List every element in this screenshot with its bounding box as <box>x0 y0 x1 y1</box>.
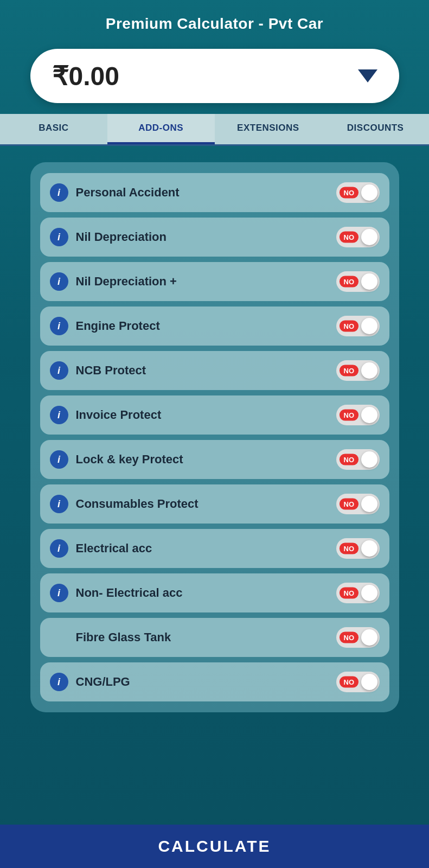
calculate-bar[interactable]: CALCULATE <box>0 825 429 868</box>
no-badge-nil-depreciation-plus: NO <box>340 276 359 288</box>
addon-left-cng-lpg: i CNG/LPG <box>50 673 130 691</box>
addon-consumables-protect: i Consumables Protect NO <box>40 484 389 524</box>
addon-left-electrical-acc: i Electrical acc <box>50 539 152 558</box>
addon-left-fibre-glass-tank: Fibre Glass Tank <box>50 628 171 647</box>
addon-label-non-electrical-acc: Non- Electrical acc <box>76 586 183 600</box>
info-icon-invoice-protect[interactable]: i <box>50 406 68 424</box>
tab-extensions[interactable]: EXTENSIONS <box>215 114 322 144</box>
info-icon-cng-lpg[interactable]: i <box>50 673 68 691</box>
tabs-bar: BASIC ADD-ONS EXTENSIONS DISCOUNTS <box>0 114 429 146</box>
addon-left-nil-depreciation-plus: i Nil Depreciation + <box>50 272 177 291</box>
toggle-fibre-glass-tank[interactable]: NO <box>336 627 380 648</box>
tab-discounts[interactable]: DISCOUNTS <box>322 114 429 144</box>
addon-left-ncb-protect: i NCB Protect <box>50 361 146 380</box>
toggle-nil-depreciation-plus[interactable]: NO <box>336 271 380 292</box>
addon-personal-accident: i Personal Accident NO <box>40 173 389 212</box>
toggle-non-electrical-acc[interactable]: NO <box>336 583 380 603</box>
addon-left-nil-depreciation: i Nil Depreciation <box>50 228 167 246</box>
addon-label-lock-key-protect: Lock & key Protect <box>76 452 183 467</box>
addon-engine-protect: i Engine Protect NO <box>40 307 389 346</box>
addon-label-fibre-glass-tank: Fibre Glass Tank <box>76 630 171 644</box>
no-badge-personal-accident: NO <box>340 187 359 199</box>
addon-non-electrical-acc: i Non- Electrical acc NO <box>40 573 389 612</box>
info-icon-lock-key-protect[interactable]: i <box>50 450 68 469</box>
addon-label-personal-accident: Personal Accident <box>76 186 180 200</box>
addon-left-engine-protect: i Engine Protect <box>50 317 160 335</box>
addon-label-electrical-acc: Electrical acc <box>76 541 152 556</box>
no-badge-lock-key-protect: NO <box>340 454 359 465</box>
toggle-cng-lpg[interactable]: NO <box>336 672 380 692</box>
addon-nil-depreciation-plus: i Nil Depreciation + NO <box>40 262 389 301</box>
no-badge-nil-depreciation: NO <box>340 232 359 243</box>
addon-left-invoice-protect: i Invoice Protect <box>50 406 162 424</box>
no-badge-ncb-protect: NO <box>340 365 359 376</box>
addon-label-engine-protect: Engine Protect <box>76 319 160 333</box>
no-badge-consumables-protect: NO <box>340 499 359 510</box>
addon-label-nil-depreciation: Nil Depreciation <box>76 230 167 244</box>
addon-left-personal-accident: i Personal Accident <box>50 183 180 202</box>
toggle-ncb-protect[interactable]: NO <box>336 360 380 381</box>
toggle-consumables-protect[interactable]: NO <box>336 494 380 514</box>
info-icon-non-electrical-acc[interactable]: i <box>50 584 68 602</box>
info-icon-engine-protect[interactable]: i <box>50 317 68 335</box>
addon-ncb-protect: i NCB Protect NO <box>40 351 389 390</box>
no-badge-electrical-acc: NO <box>340 543 359 554</box>
addon-label-consumables-protect: Consumables Protect <box>76 497 199 511</box>
addon-electrical-acc: i Electrical acc NO <box>40 529 389 568</box>
info-icon-fibre-glass-tank <box>50 628 68 647</box>
toggle-personal-accident[interactable]: NO <box>336 182 380 203</box>
page-title: Premium Calculator - Pvt Car <box>106 15 323 32</box>
addon-label-cng-lpg: CNG/LPG <box>76 675 130 689</box>
info-icon-consumables-protect[interactable]: i <box>50 495 68 513</box>
addon-left-lock-key-protect: i Lock & key Protect <box>50 450 183 469</box>
info-icon-nil-depreciation-plus[interactable]: i <box>50 272 68 291</box>
info-icon-personal-accident[interactable]: i <box>50 183 68 202</box>
toggle-lock-key-protect[interactable]: NO <box>336 449 380 470</box>
addon-cng-lpg: i CNG/LPG NO <box>40 662 389 701</box>
addons-panel: i Personal Accident NO i Nil Depreciatio… <box>30 162 399 712</box>
addon-label-invoice-protect: Invoice Protect <box>76 408 162 422</box>
no-badge-cng-lpg: NO <box>340 676 359 688</box>
tab-addons[interactable]: ADD-ONS <box>107 114 215 144</box>
addon-left-consumables-protect: i Consumables Protect <box>50 495 199 513</box>
tab-basic[interactable]: BASIC <box>0 114 107 144</box>
toggle-invoice-protect[interactable]: NO <box>336 405 380 425</box>
addon-label-ncb-protect: NCB Protect <box>76 363 146 378</box>
addon-left-non-electrical-acc: i Non- Electrical acc <box>50 584 183 602</box>
premium-dropdown-arrow[interactable] <box>358 69 377 82</box>
addon-label-nil-depreciation-plus: Nil Depreciation + <box>76 275 177 289</box>
toggle-electrical-acc[interactable]: NO <box>336 538 380 559</box>
premium-amount: ₹0.00 <box>52 61 119 91</box>
addon-lock-key-protect: i Lock & key Protect NO <box>40 440 389 479</box>
info-icon-ncb-protect[interactable]: i <box>50 361 68 380</box>
addon-invoice-protect: i Invoice Protect NO <box>40 395 389 435</box>
info-icon-nil-depreciation[interactable]: i <box>50 228 68 246</box>
addon-nil-depreciation: i Nil Depreciation NO <box>40 218 389 257</box>
no-badge-invoice-protect: NO <box>340 410 359 421</box>
info-icon-electrical-acc[interactable]: i <box>50 539 68 558</box>
toggle-engine-protect[interactable]: NO <box>336 316 380 336</box>
toggle-nil-depreciation[interactable]: NO <box>336 227 380 247</box>
no-badge-fibre-glass-tank: NO <box>340 632 359 643</box>
premium-display[interactable]: ₹0.00 <box>30 49 399 103</box>
header: Premium Calculator - Pvt Car <box>0 0 429 43</box>
addon-fibre-glass-tank: Fibre Glass Tank NO <box>40 618 389 657</box>
no-badge-engine-protect: NO <box>340 321 359 332</box>
no-badge-non-electrical-acc: NO <box>340 588 359 599</box>
calculate-label: CALCULATE <box>158 837 271 856</box>
